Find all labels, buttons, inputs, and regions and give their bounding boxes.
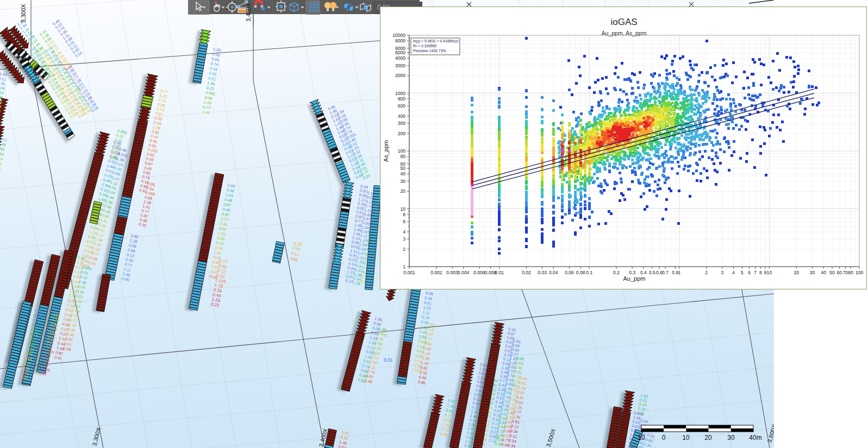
svg-text:0.006: 0.006 xyxy=(473,270,485,275)
svg-text:6000: 6000 xyxy=(395,46,405,51)
svg-text:Au_ppm, As_ppm: Au_ppm, As_ppm xyxy=(602,30,647,36)
svg-text:80: 80 xyxy=(848,270,853,275)
svg-text:4000: 4000 xyxy=(395,55,405,61)
svg-text:20: 20 xyxy=(794,270,800,275)
svg-text:60: 60 xyxy=(837,270,842,275)
svg-text:0.02: 0.02 xyxy=(522,270,531,275)
svg-text:2: 2 xyxy=(403,247,405,252)
svg-text:0.2: 0.2 xyxy=(613,270,620,275)
svg-text:10000: 10000 xyxy=(392,33,405,38)
svg-text:3000: 3000 xyxy=(395,63,405,68)
svg-text:3,400X: 3,400X xyxy=(245,2,252,22)
svg-text:0.34: 0.34 xyxy=(507,443,515,448)
svg-text:0.08: 0.08 xyxy=(576,270,585,275)
svg-text:0.04: 0.04 xyxy=(549,270,558,275)
svg-text:800: 800 xyxy=(398,96,406,102)
svg-text:0.002: 0.002 xyxy=(430,270,442,275)
svg-text:30: 30 xyxy=(727,434,735,441)
svg-text:6: 6 xyxy=(403,219,405,224)
svg-text:0: 0 xyxy=(662,434,666,441)
svg-text:30: 30 xyxy=(400,179,405,184)
svg-text:8: 8 xyxy=(759,270,762,275)
svg-text:0.004: 0.004 xyxy=(458,270,470,275)
svg-text:0.7: 0.7 xyxy=(662,270,669,275)
svg-text:2: 2 xyxy=(705,270,708,275)
svg-text:4: 4 xyxy=(732,270,735,275)
svg-text:20: 20 xyxy=(704,434,712,441)
svg-text:Au_ppm: Au_ppm xyxy=(623,275,646,282)
svg-text:60: 60 xyxy=(400,161,405,167)
svg-text:20: 20 xyxy=(400,188,405,194)
svg-text:0.01: 0.01 xyxy=(384,357,393,363)
svg-text:600: 600 xyxy=(398,103,406,109)
svg-text:7: 7 xyxy=(754,270,757,275)
svg-text:100: 100 xyxy=(398,148,406,154)
svg-text:0.06: 0.06 xyxy=(565,270,574,275)
svg-text:40: 40 xyxy=(400,171,405,176)
svg-text:0.003: 0.003 xyxy=(446,270,458,275)
svg-text:1: 1 xyxy=(403,264,405,269)
svg-text:300: 300 xyxy=(398,121,406,126)
svg-text:ioGAS: ioGAS xyxy=(610,17,637,27)
svg-text:As_ppm: As_ppm xyxy=(383,140,389,162)
svg-text:30: 30 xyxy=(810,270,815,275)
svg-text:3,300X: 3,300X xyxy=(20,3,27,23)
svg-text:10: 10 xyxy=(767,270,772,275)
svg-text:40m: 40m xyxy=(749,434,761,441)
svg-text:3: 3 xyxy=(721,270,723,275)
svg-text:100: 100 xyxy=(855,270,864,275)
svg-text:50: 50 xyxy=(829,270,835,275)
svg-text:70: 70 xyxy=(843,270,848,275)
svg-text:0.001: 0.001 xyxy=(403,270,415,275)
svg-text:1: 1 xyxy=(678,270,680,275)
svg-text:8: 8 xyxy=(403,212,405,217)
svg-text:10: 10 xyxy=(400,206,405,212)
svg-text:40: 40 xyxy=(821,270,826,275)
svg-text:ln(y) = 5.4531 + 0.4189ln(x): ln(y) = 5.4531 + 0.4189ln(x) xyxy=(413,39,459,43)
svg-text:3: 3 xyxy=(403,236,405,242)
svg-text:10: 10 xyxy=(682,434,690,441)
svg-text:0.01: 0.01 xyxy=(495,270,504,275)
svg-text:8000: 8000 xyxy=(395,38,405,43)
svg-text:400: 400 xyxy=(398,113,406,119)
svg-text:200: 200 xyxy=(398,131,406,136)
svg-text:R² = 0.339550: R² = 0.339550 xyxy=(413,44,436,48)
svg-text:0.5: 0.5 xyxy=(649,270,655,275)
svg-text:1000: 1000 xyxy=(395,91,405,96)
svg-text:0.1: 0.1 xyxy=(586,270,592,275)
svg-text:Precision 1492.73%: Precision 1492.73% xyxy=(413,49,446,53)
svg-text:0.16: 0.16 xyxy=(294,241,303,247)
svg-text:4: 4 xyxy=(403,229,405,235)
svg-text:0.03: 0.03 xyxy=(538,270,547,275)
svg-text:0.4: 0.4 xyxy=(640,270,647,275)
svg-text:10: 10 xyxy=(638,434,645,441)
svg-text:5: 5 xyxy=(741,270,744,275)
svg-text:0.3: 0.3 xyxy=(629,270,635,275)
svg-text:80: 80 xyxy=(400,154,405,159)
svg-text:2000: 2000 xyxy=(395,73,405,78)
svg-text:6: 6 xyxy=(748,270,751,275)
